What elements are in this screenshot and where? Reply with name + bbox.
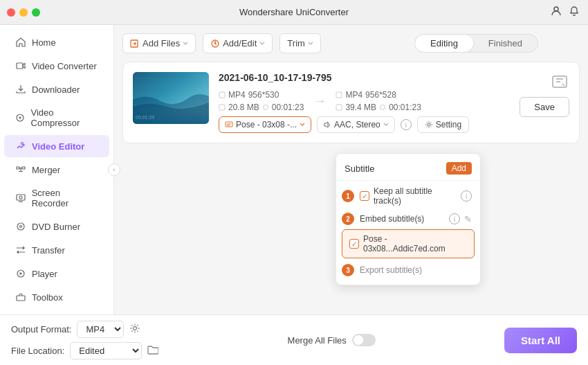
info-icon[interactable]: i <box>401 119 412 130</box>
top-toolbar: Add Files Add/Edit Trim <box>122 33 580 53</box>
file-location-select[interactable]: Edited Desktop Documents <box>70 342 142 359</box>
sidebar-label-transfer: Transfer <box>32 245 65 256</box>
step1-row: 1 Keep all subtitle track(s) i <box>336 181 480 210</box>
bottom-bar: Output Format: MP4 MOV AVI MKV File Loca… <box>0 314 588 365</box>
svg-point-5 <box>19 196 22 199</box>
merge-all-toggle[interactable] <box>352 334 376 346</box>
output-duration: 00:01:23 <box>389 103 421 112</box>
home-icon <box>15 37 26 48</box>
sidebar-label-video-compressor: Video Compressor <box>31 107 98 128</box>
notification-icon[interactable] <box>569 6 580 19</box>
tab-editing[interactable]: Editing <box>415 35 473 52</box>
encoding-icon <box>550 72 569 91</box>
step2-subitem: Pose - 03x08...Addic7ed.com <box>342 229 475 258</box>
step2-info-icon[interactable]: i <box>449 213 460 224</box>
sidebar-item-screen-recorder[interactable]: Screen Recorder <box>4 182 109 214</box>
transfer-icon <box>15 244 26 256</box>
dropdown-header: Subtitle Add <box>336 157 480 181</box>
file-location-row: File Location: Edited Desktop Documents <box>11 342 158 359</box>
output-resolution: 956*528 <box>365 90 396 100</box>
input-size: 20.8 MB <box>228 103 259 112</box>
step2-subitem-checkbox[interactable] <box>349 239 359 249</box>
minimize-button[interactable] <box>19 8 28 17</box>
video-editor-icon <box>15 141 26 152</box>
sidebar-item-merger[interactable]: Merger <box>4 159 109 181</box>
sidebar-footer: ? <box>0 309 113 314</box>
bottom-left: Output Format: MP4 MOV AVI MKV File Loca… <box>11 321 158 359</box>
merge-all-label: Merge All Files <box>288 335 347 346</box>
toolbox-icon <box>15 292 26 303</box>
sidebar: Home Video Converter Downloader <box>0 25 114 314</box>
sidebar-item-home[interactable]: Home <box>4 31 109 53</box>
user-icon[interactable] <box>551 6 562 19</box>
step1-checkbox[interactable] <box>360 191 369 201</box>
edit-subtitle-icon[interactable]: ✎ <box>464 214 472 224</box>
svg-point-20 <box>263 105 268 110</box>
output-format-select[interactable]: MP4 MOV AVI MKV <box>77 321 124 338</box>
setting-label: Setting <box>436 120 461 130</box>
sidebar-item-downloader[interactable]: Downloader <box>4 78 109 100</box>
editing-tabs: Editing Finished <box>414 34 538 53</box>
file-location-label: File Location: <box>11 346 64 356</box>
step1-badge: 1 <box>342 190 354 202</box>
dropdown-title: Subtitle <box>344 163 374 174</box>
maximize-button[interactable] <box>32 8 40 17</box>
output-format-row: MP4 956*528 <box>336 90 421 100</box>
close-button[interactable] <box>7 8 15 17</box>
audio-select-value: AAC, Stereo <box>334 120 380 130</box>
svg-rect-4 <box>17 195 25 200</box>
sidebar-item-video-editor[interactable]: Video Editor <box>4 135 109 157</box>
trim-label: Trim <box>287 38 305 48</box>
svg-point-6 <box>17 223 24 230</box>
svg-point-3 <box>21 143 24 145</box>
video-thumbnail: 00:01:23 <box>133 72 209 124</box>
step1-info-icon[interactable]: i <box>461 190 472 202</box>
sidebar-item-player[interactable]: Player <box>4 262 109 285</box>
sidebar-item-video-compressor[interactable]: Video Compressor <box>4 102 109 134</box>
sidebar-item-transfer[interactable]: Transfer <box>4 239 109 261</box>
video-card: 00:01:23 2021-06-10_10-17-19-795 MP4 956… <box>122 62 580 143</box>
input-format: MP4 <box>228 90 246 100</box>
audio-select-btn[interactable]: AAC, Stereo <box>317 116 395 133</box>
output-size-row: 39.4 MB 00:01:23 <box>336 103 421 112</box>
output-meta: MP4 956*528 39.4 MB 00:01:23 <box>336 90 421 112</box>
add-edit-button[interactable]: Add/Edit <box>203 33 273 53</box>
svg-rect-19 <box>219 105 225 110</box>
svg-rect-1 <box>17 63 23 69</box>
sidebar-item-toolbox[interactable]: Toolbox <box>4 286 109 308</box>
sidebar-label-toolbox: Toolbox <box>32 292 63 303</box>
arrow-icon: → <box>313 94 326 109</box>
svg-rect-22 <box>336 105 342 110</box>
svg-rect-9 <box>17 296 25 301</box>
export-subtitle-button[interactable]: Export subtitle(s) <box>360 265 422 275</box>
folder-icon[interactable] <box>147 345 158 357</box>
output-format: MP4 <box>345 90 362 100</box>
window-controls[interactable] <box>7 8 40 17</box>
add-files-button[interactable]: Add Files <box>122 33 196 53</box>
quality-settings-icon[interactable] <box>129 323 140 336</box>
downloader-icon <box>15 84 26 95</box>
subtitle-dropdown: Subtitle Add 1 Keep all subtitle track(s… <box>336 153 481 285</box>
step3-row: 3 Export subtitle(s) <box>336 260 480 282</box>
step2-subitem-label: Pose - 03x08...Addic7ed.com <box>363 234 467 253</box>
trim-button[interactable]: Trim <box>279 33 321 53</box>
step2-badge: 2 <box>342 213 354 225</box>
add-files-label: Add Files <box>143 38 180 48</box>
start-all-button[interactable]: Start All <box>504 328 577 353</box>
sidebar-item-dvd-burner[interactable]: DVD Burner <box>4 215 109 238</box>
sidebar-label-video-editor: Video Editor <box>32 141 84 152</box>
tab-finished[interactable]: Finished <box>473 35 538 52</box>
sidebar-collapse[interactable]: ‹ <box>108 163 120 176</box>
setting-button[interactable]: Setting <box>417 116 469 133</box>
add-subtitle-button[interactable]: Add <box>446 162 472 175</box>
svg-point-7 <box>20 226 22 228</box>
input-size-row: 20.8 MB 00:01:23 <box>219 103 304 112</box>
sidebar-item-video-converter[interactable]: Video Converter <box>4 55 109 77</box>
svg-rect-18 <box>219 92 225 98</box>
save-button[interactable]: Save <box>520 97 569 117</box>
screen-recorder-icon <box>15 193 26 204</box>
merge-all-section: Merge All Files <box>288 334 376 346</box>
subtitle-select-btn[interactable]: Pose - 03x08 -... <box>219 116 311 133</box>
title-bar: Wondershare UniConverter <box>0 0 588 25</box>
subtitle-select-value: Pose - 03x08 -... <box>236 120 297 130</box>
